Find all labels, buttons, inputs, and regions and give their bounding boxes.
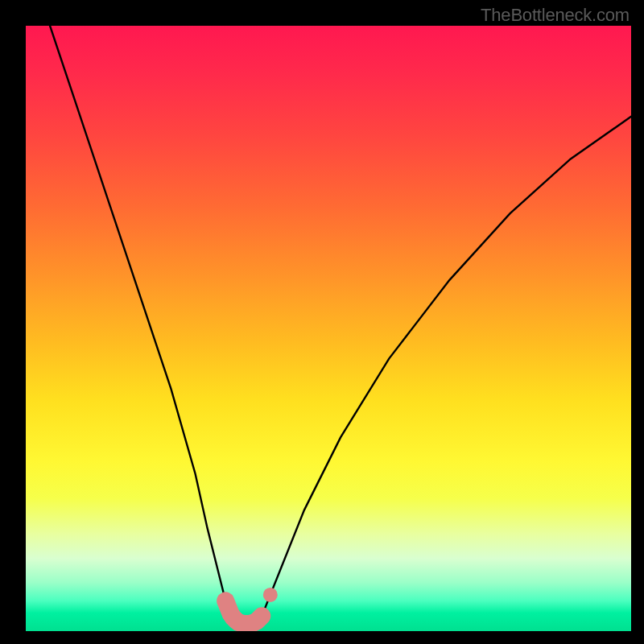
- chart-curve-layer: [26, 26, 631, 631]
- chart-plot-area: [26, 26, 631, 631]
- watermark-text: TheBottleneck.com: [481, 5, 630, 26]
- optimum-highlight: [225, 601, 262, 624]
- bottleneck-curve: [50, 26, 631, 624]
- optimum-end-marker: [263, 588, 278, 602]
